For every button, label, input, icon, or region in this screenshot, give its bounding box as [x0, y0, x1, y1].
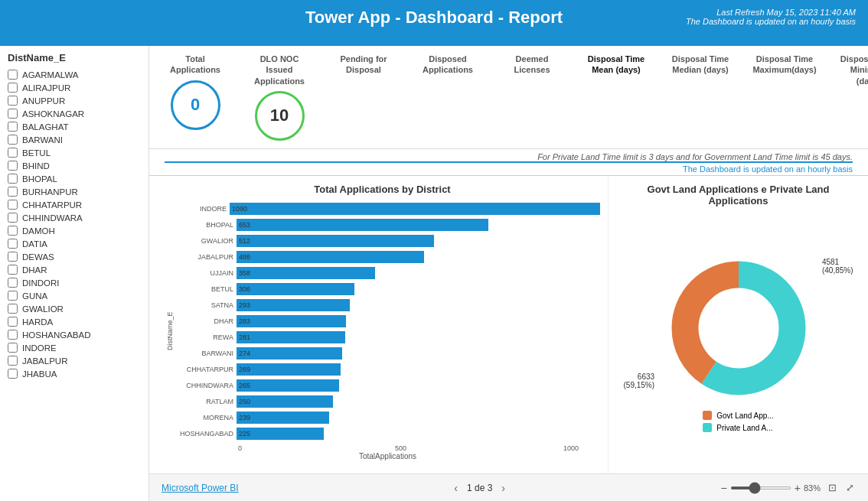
bar-fill: 293 — [237, 299, 350, 311]
donut-legend: Govt Land App... Private Land A... — [703, 411, 774, 432]
donut-label-private: 6633(59,15%) — [624, 372, 655, 389]
bar-y-label: BHOPAL — [175, 221, 237, 229]
sidebar-item: DHAR — [5, 263, 144, 276]
sidebar-checkbox[interactable] — [8, 330, 18, 340]
sidebar-checkbox[interactable] — [8, 265, 18, 275]
sidebar-item-label: DATIA — [22, 239, 47, 249]
bar-fill: 281 — [237, 331, 345, 343]
zoom-in-button[interactable]: + — [795, 482, 801, 494]
kpi-disposal-median-label: Disposal Time Median (days) — [670, 54, 731, 76]
zoom-slider[interactable] — [730, 486, 791, 490]
sidebar-checkbox[interactable] — [8, 291, 18, 301]
sidebar-checkbox[interactable] — [8, 304, 18, 314]
donut-chart-section: Govt Land Applications e Private Land Ap… — [608, 176, 868, 473]
main-content: Total Applications 0 DLO NOC Issued Appl… — [149, 46, 868, 501]
sidebar-item-label: DAMOH — [22, 226, 55, 236]
sidebar-item-label: ASHOKNAGAR — [22, 109, 84, 119]
sidebar-checkbox[interactable] — [8, 135, 18, 145]
sidebar-checkbox[interactable] — [8, 148, 18, 158]
kpi-pending: Pending for Disposal — [333, 54, 394, 80]
bar-y-label: UJJAIN — [175, 269, 237, 277]
bar-value: 250 — [239, 398, 250, 405]
bar-value: 265 — [239, 382, 250, 389]
kpi-disposal-mean-label: Disposal Time Mean (days) — [586, 54, 647, 76]
sidebar-checkbox[interactable] — [8, 109, 18, 119]
header-refresh: Last Refresh May 15, 2023 11:40 AM The D… — [686, 8, 856, 26]
sidebar-item: GWALIOR — [5, 302, 144, 315]
bar-chart-title: Total Applications by District — [165, 184, 600, 195]
sidebar-checkbox[interactable] — [8, 96, 18, 106]
divider — [165, 161, 853, 163]
sidebar-checkbox[interactable] — [8, 187, 18, 197]
kpi-disposal-min-label: Disposal Time Minimum (days) — [838, 54, 868, 86]
bar-row: CHHINDWARA265 — [175, 378, 600, 394]
sidebar-item: CHHINDWARA — [5, 211, 144, 224]
sidebar-checkbox[interactable] — [8, 161, 18, 171]
sidebar-checkbox[interactable] — [8, 213, 18, 223]
sidebar-item-label: GUNA — [22, 291, 47, 301]
kpi-total-circle: 0 — [171, 80, 220, 130]
zoom-percentage: 83% — [804, 483, 821, 493]
sidebar-checkbox[interactable] — [8, 317, 18, 327]
zoom-out-button[interactable]: − — [721, 482, 727, 494]
sidebar-checkbox[interactable] — [8, 278, 18, 288]
sidebar-item: HOSHANGABAD — [5, 328, 144, 341]
kpi-dlo-noc: DLO NOC Issued Applications 10 — [249, 54, 310, 141]
kpi-disposal-max-label: Disposal Time Maximum(days) — [752, 54, 816, 76]
sidebar-checkbox[interactable] — [8, 226, 18, 236]
body: DistName_E AGARMALWAALIRAJPURANUPPURASHO… — [0, 46, 868, 501]
sidebar-checkbox[interactable] — [8, 343, 18, 353]
bar-row: HOSHANGABAD225 — [175, 426, 600, 442]
bar-fill: 274 — [237, 347, 342, 359]
bar-value: 283 — [239, 317, 250, 325]
sidebar-item-label: AGARMALWA — [22, 70, 78, 80]
powerbi-link[interactable]: Microsoft Power BI — [162, 483, 239, 493]
refresh-line2: The Dashboard is updated on an hourly ba… — [686, 17, 856, 26]
sidebar-checkbox[interactable] — [8, 252, 18, 262]
sidebar-item-label: HOSHANGABAD — [22, 330, 90, 340]
sidebar-checkbox[interactable] — [8, 356, 18, 366]
legend-govt: Govt Land App... — [703, 411, 774, 420]
sidebar-checkbox[interactable] — [8, 70, 18, 80]
bar-fill: 239 — [237, 412, 329, 424]
sidebar-title: DistName_E — [5, 52, 144, 63]
bar-fill: 512 — [237, 235, 434, 247]
sidebar-checkbox[interactable] — [8, 369, 18, 379]
bar-row: INDORE1090 — [175, 201, 600, 217]
x-axis-label: TotalApplications — [175, 452, 600, 460]
bar-row: MORENA239 — [175, 410, 600, 426]
fullscreen-button[interactable]: ⤢ — [844, 480, 856, 495]
sidebar-checkbox[interactable] — [8, 200, 18, 210]
legend-private-label: Private Land A... — [716, 424, 772, 432]
sidebar-checkbox[interactable] — [8, 239, 18, 249]
bar-row: RATLAM250 — [175, 394, 600, 410]
info-text-1: For Private Land Time limit is 3 days an… — [165, 152, 853, 161]
bar-row: REWA281 — [175, 330, 600, 346]
bar-fill: 486 — [237, 251, 424, 263]
kpi-pending-label: Pending for Disposal — [333, 54, 394, 76]
next-page-button[interactable]: › — [498, 482, 508, 494]
sidebar-item: BURHANPUR — [5, 185, 144, 198]
legend-govt-color — [703, 411, 712, 420]
sidebar-item-label: ALIRAJPUR — [22, 83, 70, 93]
bar-y-label: GWALIOR — [175, 237, 237, 245]
sidebar-item: INDORE — [5, 341, 144, 354]
bar-value: 486 — [239, 253, 250, 261]
donut-label-govt: 4581(40,85%) — [822, 258, 853, 275]
bar-value: 653 — [239, 221, 250, 229]
bar-value: 306 — [239, 285, 250, 293]
bar-row: SATNA293 — [175, 298, 600, 314]
sidebar-item-label: BHIND — [22, 161, 50, 171]
bar-row: UJJAIN358 — [175, 265, 600, 281]
fit-page-button[interactable]: ⊡ — [827, 480, 838, 495]
sidebar-item: BETUL — [5, 146, 144, 159]
bar-y-label: CHHINDWARA — [175, 382, 237, 389]
kpi-disposal-max: Disposal Time Maximum(days) — [754, 54, 815, 80]
prev-page-button[interactable]: ‹ — [451, 482, 461, 494]
sidebar-checkbox[interactable] — [8, 122, 18, 132]
bar-value: 358 — [239, 269, 250, 277]
sidebar-checkbox[interactable] — [8, 174, 18, 184]
sidebar-item-label: DHAR — [22, 265, 47, 275]
bar-y-label: JABALPUR — [175, 253, 237, 261]
sidebar-checkbox[interactable] — [8, 83, 18, 93]
